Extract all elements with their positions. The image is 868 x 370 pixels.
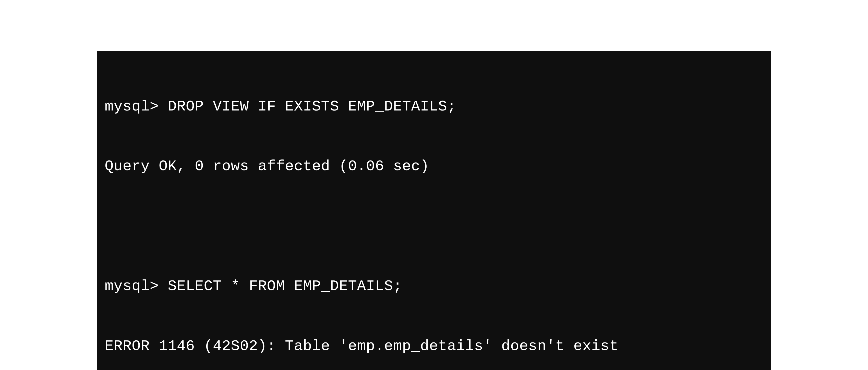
- terminal-line: mysql> DROP VIEW IF EXISTS EMP_DETAILS;: [105, 97, 763, 116]
- terminal-blank-line: [105, 216, 763, 236]
- terminal-line: Query OK, 0 rows affected (0.06 sec): [105, 157, 763, 176]
- terminal-output: mysql> DROP VIEW IF EXISTS EMP_DETAILS; …: [97, 51, 771, 370]
- terminal-line: mysql> SELECT * FROM EMP_DETAILS;: [105, 276, 763, 296]
- terminal-line: ERROR 1146 (42S02): Table 'emp.emp_detai…: [105, 336, 763, 356]
